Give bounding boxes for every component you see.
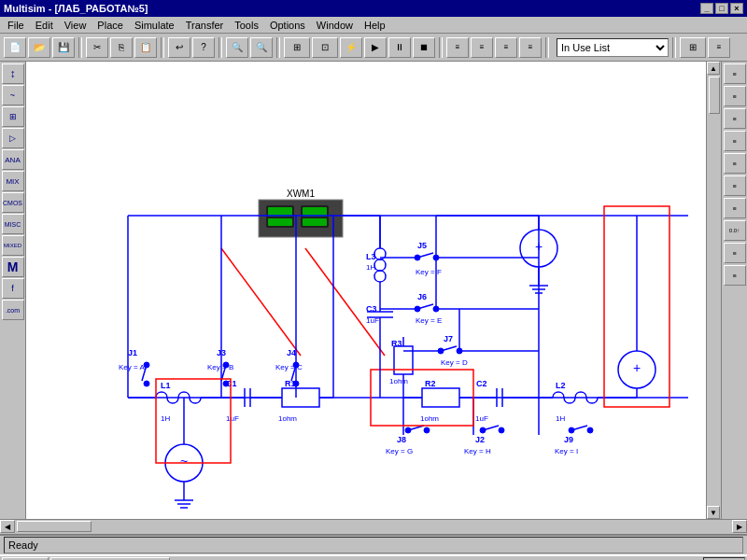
circuit-diagram: XWM1 ~ + + — [26, 62, 706, 519]
svg-text:Key = A: Key = A — [119, 363, 145, 371]
left-btn-bus[interactable]: ⊞ — [2, 106, 24, 127]
svg-text:J5: J5 — [417, 241, 427, 250]
run-btn[interactable]: ▶ — [364, 37, 387, 58]
rt-btn-10[interactable]: ≡ — [724, 265, 746, 286]
left-btn-misc[interactable]: MISC — [2, 214, 24, 234]
wire-btn[interactable]: ⚡ — [340, 37, 362, 58]
close-button[interactable]: × — [730, 3, 743, 14]
left-btn-com[interactable]: .com — [2, 300, 24, 320]
paste-button[interactable]: 📋 — [134, 37, 157, 58]
canvas-area[interactable]: XWM1 ~ + + — [26, 62, 706, 519]
svg-text:L2: L2 — [556, 381, 566, 390]
svg-point-79 — [144, 381, 149, 386]
graph-btn4[interactable]: ≡ — [519, 37, 542, 58]
sep3 — [218, 37, 222, 58]
sep1 — [78, 37, 82, 58]
maximize-button[interactable]: □ — [715, 3, 728, 14]
undo-button[interactable]: ↩ — [168, 37, 190, 58]
in-use-select[interactable]: In Use List — [557, 38, 669, 57]
vertical-scrollbar[interactable]: ▲ ▼ — [706, 62, 721, 519]
left-btn-mixed[interactable]: MIXED — [2, 235, 24, 256]
svg-text:Key = E: Key = E — [416, 316, 442, 325]
svg-text:Key = H: Key = H — [464, 447, 491, 455]
rt-btn-9[interactable]: ≡ — [724, 243, 746, 263]
svg-text:Key = D: Key = D — [441, 358, 468, 367]
menu-options[interactable]: Options — [264, 19, 311, 32]
graph-btn2[interactable]: ≡ — [471, 37, 493, 58]
save-button[interactable]: 💾 — [52, 37, 75, 58]
status-bar: Ready — [0, 534, 747, 554]
menu-window[interactable]: Window — [311, 19, 359, 32]
left-btn-mix[interactable]: MIX — [2, 171, 24, 191]
right-toolbar: ≡ ≡ ≡ ≡ ≡ ≡ ≡ 0.0↑ ≡ ≡ — [721, 62, 747, 519]
svg-text:J9: J9 — [564, 435, 573, 444]
svg-text:1ohm: 1ohm — [278, 414, 297, 423]
scroll-right-button[interactable]: ▶ — [732, 520, 747, 533]
component-btn1[interactable]: ⊞ — [284, 37, 310, 58]
svg-text:R2: R2 — [425, 379, 436, 388]
component-btn2[interactable]: ⊡ — [312, 37, 338, 58]
scroll-track — [707, 75, 721, 506]
h-scroll-thumb[interactable] — [17, 521, 92, 532]
scroll-left-button[interactable]: ◀ — [0, 520, 15, 533]
menu-simulate[interactable]: Simulate — [129, 19, 180, 32]
rt-btn-5[interactable]: ≡ — [724, 153, 746, 174]
left-btn-ana[interactable]: ANA — [2, 149, 24, 170]
menu-tools[interactable]: Tools — [229, 19, 264, 32]
graph-btn3[interactable]: ≡ — [495, 37, 517, 58]
scroll-up-button[interactable]: ▲ — [707, 62, 720, 75]
graph-btn1[interactable]: ≡ — [446, 37, 469, 58]
svg-point-91 — [223, 381, 229, 386]
rt-btn-2[interactable]: ≡ — [724, 86, 746, 106]
status-text: Ready — [4, 537, 743, 553]
svg-point-126 — [499, 427, 504, 433]
rt-btn-3[interactable]: ≡ — [724, 108, 746, 129]
menu-help[interactable]: Help — [359, 19, 391, 32]
taskbar: ⊞ Пуск ⚡ Multisim - [ЛАБ_РАБ... 🇷🇺 5:48 — [0, 554, 747, 560]
extra-btn1[interactable]: ⊞ — [680, 37, 706, 58]
sep7 — [672, 37, 676, 58]
h-scroll-track — [15, 520, 732, 534]
rt-btn-7[interactable]: ≡ — [724, 198, 746, 218]
svg-text:XWM1: XWM1 — [287, 189, 315, 199]
menu-file[interactable]: File — [2, 19, 30, 32]
left-btn-wire[interactable]: ~ — [2, 85, 24, 105]
menu-view[interactable]: View — [59, 19, 92, 32]
extra-btn2[interactable]: ≡ — [708, 37, 730, 58]
svg-text:1H: 1H — [556, 414, 565, 423]
open-button[interactable]: 📂 — [28, 37, 50, 58]
rt-btn-4[interactable]: ≡ — [724, 131, 746, 151]
sep6 — [545, 37, 549, 58]
rt-btn-1[interactable]: ≡ — [724, 63, 746, 84]
scroll-thumb[interactable] — [709, 77, 720, 114]
in-use-dropdown[interactable]: In Use List — [557, 38, 669, 57]
pause-btn[interactable]: ⏸ — [388, 37, 411, 58]
title-text: Multisim - [ЛАБ_РАБОТА№5] — [4, 3, 148, 14]
zoom-in-button[interactable]: 🔍 — [226, 37, 248, 58]
left-btn-f[interactable]: f — [2, 278, 24, 299]
scroll-down-button[interactable]: ▼ — [707, 506, 720, 519]
zoom-out-button[interactable]: 🔍 — [250, 37, 273, 58]
left-btn-component[interactable]: ▷ — [2, 128, 24, 148]
left-btn-cmos[interactable]: CMOS — [2, 192, 24, 213]
title-controls[interactable]: _ □ × — [700, 3, 743, 14]
rt-btn-6[interactable]: ≡ — [724, 175, 746, 196]
svg-text:1uF: 1uF — [226, 414, 239, 423]
status-label: Ready — [8, 539, 38, 551]
left-btn-m[interactable]: M — [2, 257, 24, 277]
cut-button[interactable]: ✂ — [86, 37, 108, 58]
copy-button[interactable]: ⎘ — [110, 37, 133, 58]
svg-text:C2: C2 — [476, 379, 487, 388]
rt-btn-8[interactable]: 0.0↑ — [724, 220, 746, 241]
svg-text:J3: J3 — [217, 348, 226, 357]
svg-rect-109 — [422, 388, 459, 407]
menu-edit[interactable]: Edit — [30, 19, 59, 32]
menu-transfer[interactable]: Transfer — [180, 19, 230, 32]
minimize-button[interactable]: _ — [700, 3, 713, 14]
left-btn-select[interactable]: ↕ — [2, 63, 24, 84]
menu-place[interactable]: Place — [92, 19, 129, 32]
stop-btn[interactable]: ⏹ — [413, 37, 435, 58]
new-button[interactable]: 📄 — [4, 37, 26, 58]
toolbar: 📄 📂 💾 ✂ ⎘ 📋 ↩ ? 🔍 🔍 ⊞ ⊡ ⚡ ▶ ⏸ ⏹ ≡ ≡ ≡ ≡ … — [0, 34, 747, 62]
help-button[interactable]: ? — [192, 37, 215, 58]
